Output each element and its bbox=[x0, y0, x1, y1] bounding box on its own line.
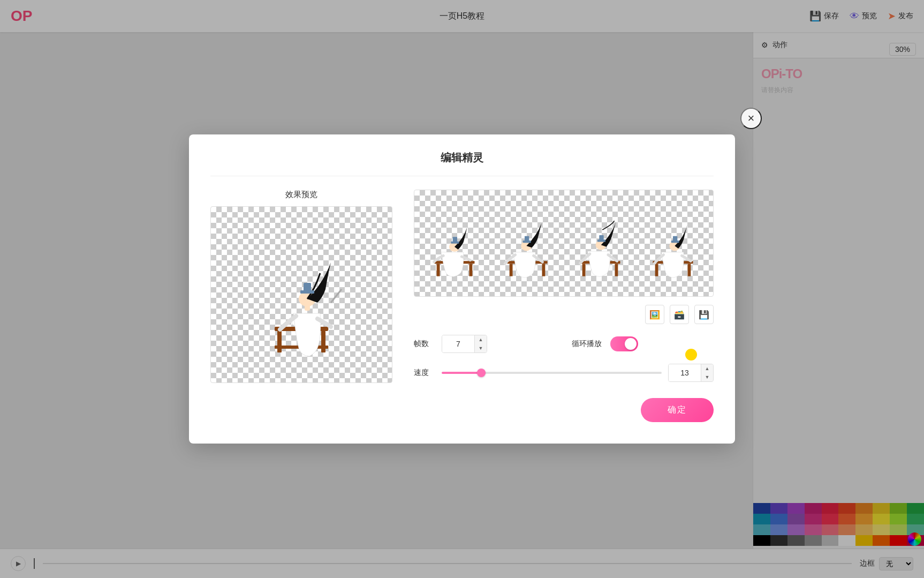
modal-body: 效果预览 bbox=[210, 190, 714, 422]
controls-grid: 帧数 ▲ ▼ 循环播放 bbox=[414, 335, 714, 382]
speed-arrows: ▲ ▼ bbox=[701, 364, 713, 381]
preview-section: 效果预览 bbox=[210, 190, 392, 422]
svg-rect-11 bbox=[437, 264, 440, 276]
add-frame-button[interactable]: 🗃️ bbox=[670, 305, 689, 324]
svg-rect-8 bbox=[304, 283, 311, 291]
svg-rect-1 bbox=[277, 331, 282, 352]
speed-slider-thumb[interactable] bbox=[477, 369, 486, 377]
speed-slider-track[interactable] bbox=[442, 372, 662, 374]
frames-input-wrap: ▲ ▼ bbox=[442, 335, 487, 353]
svg-rect-21 bbox=[525, 236, 529, 242]
svg-rect-18 bbox=[542, 264, 546, 276]
speed-input-wrap: ▲ ▼ bbox=[668, 364, 714, 382]
svg-line-9 bbox=[331, 289, 342, 303]
loop-toggle-wrap: ⏸ bbox=[610, 336, 638, 351]
frame-3-char bbox=[573, 200, 627, 286]
frame-thumb-4[interactable] bbox=[638, 196, 708, 291]
close-icon: × bbox=[748, 111, 755, 125]
modal-close-button[interactable]: × bbox=[740, 108, 762, 129]
speed-indicator-circle bbox=[685, 349, 697, 361]
frames-section: 🖼️ 🗃️ 💾 帧数 bbox=[414, 190, 714, 422]
speed-slider-wrap bbox=[442, 372, 662, 374]
modal-footer: 确定 bbox=[414, 398, 714, 422]
save-frame-icon: 💾 bbox=[699, 310, 709, 320]
frames-label: 帧数 bbox=[414, 339, 435, 349]
frame-thumb-1[interactable] bbox=[420, 196, 490, 291]
frames-up-btn[interactable]: ▲ bbox=[475, 335, 487, 344]
loop-toggle[interactable]: ⏸ bbox=[610, 336, 638, 351]
modal-overlay: × 编辑精灵 效果预览 bbox=[0, 0, 924, 578]
preview-label: 效果预览 bbox=[210, 190, 392, 200]
loop-label: 循环播放 bbox=[572, 339, 604, 349]
svg-rect-17 bbox=[510, 264, 513, 276]
svg-rect-23 bbox=[582, 264, 586, 276]
svg-rect-27 bbox=[599, 235, 603, 241]
speed-down-btn[interactable]: ▼ bbox=[701, 373, 713, 381]
image-replace-icon: 🖼️ bbox=[649, 310, 660, 320]
pause-icon: ⏸ bbox=[628, 341, 634, 347]
frame-2-char bbox=[501, 200, 554, 286]
frame-actions: 🖼️ 🗃️ 💾 bbox=[414, 305, 714, 324]
frames-down-btn[interactable]: ▼ bbox=[475, 344, 487, 352]
speed-label: 速度 bbox=[414, 368, 435, 378]
svg-rect-24 bbox=[615, 264, 618, 276]
preview-character bbox=[248, 220, 355, 370]
svg-rect-30 bbox=[687, 264, 691, 276]
preview-canvas bbox=[210, 206, 392, 383]
frames-count-row: 帧数 ▲ ▼ bbox=[414, 335, 556, 353]
speed-up-btn[interactable]: ▲ bbox=[701, 364, 713, 373]
frames-input[interactable] bbox=[442, 335, 474, 352]
save-frame-button[interactable]: 💾 bbox=[694, 305, 714, 324]
svg-rect-29 bbox=[655, 264, 658, 276]
frame-thumb-3[interactable] bbox=[565, 196, 635, 291]
speed-row: 速度 bbox=[414, 364, 714, 382]
add-image-icon: 🗃️ bbox=[674, 310, 685, 320]
replace-frame-button[interactable]: 🖼️ bbox=[645, 305, 664, 324]
frame-1-char bbox=[428, 200, 481, 286]
svg-rect-15 bbox=[453, 237, 457, 242]
svg-rect-33 bbox=[673, 236, 677, 242]
speed-number-wrap: ▲ ▼ bbox=[668, 364, 714, 382]
svg-rect-2 bbox=[321, 331, 325, 352]
modal-title: 编辑精灵 bbox=[210, 151, 714, 176]
speed-input[interactable] bbox=[669, 364, 701, 381]
frames-strip bbox=[414, 190, 714, 297]
frame-4-char bbox=[646, 200, 700, 286]
edit-sprite-modal: × 编辑精灵 效果预览 bbox=[189, 134, 735, 444]
frame-thumb-2[interactable] bbox=[493, 196, 563, 291]
confirm-button[interactable]: 确定 bbox=[641, 398, 714, 422]
frames-arrows: ▲ ▼ bbox=[474, 335, 487, 352]
svg-rect-12 bbox=[469, 264, 473, 276]
